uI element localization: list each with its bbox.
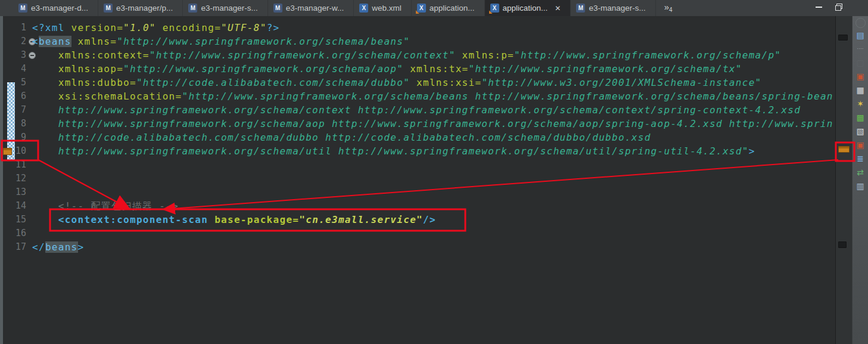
code-lines: 1<?xml version="1.0" encoding="UTF-8"?>2…	[0, 21, 836, 254]
code-token: "http://www.springframework.org/schema/b…	[182, 91, 833, 102]
code-line[interactable]: 9 http://code.alibabatech.com/schema/dub…	[0, 131, 836, 144]
line-number: 17	[0, 240, 32, 254]
code-line[interactable]: 11	[0, 158, 836, 172]
code-line[interactable]: 16	[0, 227, 836, 240]
ruler-marker[interactable]	[838, 241, 847, 248]
code-line[interactable]: 5 xmlns:dubbo="http://code.alibabatech.c…	[0, 76, 836, 89]
code-line[interactable]: 15 <context:component-scan base-package=…	[0, 213, 836, 227]
code-token: <	[32, 36, 39, 47]
code-token	[208, 214, 214, 225]
code-token	[32, 214, 58, 225]
problems-view-icon[interactable]: ▣	[855, 72, 866, 82]
code-token: "http://www.springframework.org/schema/t…	[469, 63, 742, 75]
line-number: 10	[0, 144, 32, 158]
edit-view-icon[interactable]: ▧	[855, 126, 866, 137]
ruler-marker[interactable]	[838, 35, 848, 41]
code-token	[410, 77, 416, 88]
minimized-views-bar: ▤····▢▣▦✶▩▧▣≣⇄▥	[852, 16, 868, 344]
line-number: 16	[0, 227, 32, 240]
grid-view-icon[interactable]: ▩	[855, 113, 866, 123]
code-line[interactable]: 2<beans xmlns="http://www.springframewor…	[0, 35, 836, 48]
star-view-icon[interactable]: ✶	[855, 99, 866, 109]
code-token: "http://code.alibabatech.com/schema/dubb…	[136, 77, 410, 88]
xml-file-icon: X	[359, 4, 368, 13]
close-tab-icon[interactable]: ✕	[555, 4, 561, 13]
maven-file-icon: M	[188, 4, 197, 13]
editor-area: 1<?xml version="1.0" encoding="UTF-8"?>2…	[0, 16, 868, 344]
code-token: <!-- 配置包扫描器 -->	[58, 200, 179, 212]
tab-label: application...	[503, 4, 548, 13]
code-line[interactable]: 13	[0, 185, 836, 199]
xml-file-icon: X	[490, 4, 499, 13]
alert-view-icon[interactable]: ▣	[855, 140, 866, 150]
line-number: 5	[0, 76, 32, 89]
sync-view-icon[interactable]: ⇄	[855, 168, 866, 178]
more-dots-icon[interactable]: ····	[855, 44, 866, 54]
panel-restore-icon[interactable]	[855, 18, 866, 28]
code-line[interactable]: 3 xmlns:context="http://www.springframew…	[0, 48, 836, 62]
code-token: </	[32, 241, 45, 253]
line-number: 15	[0, 213, 32, 227]
maven-file-icon: M	[273, 4, 282, 13]
editor-tab[interactable]: Me3-manager-w...	[268, 0, 354, 16]
inactive-view-icon[interactable]: ▢	[855, 58, 866, 68]
editor-tab[interactable]: Xweb.xml	[354, 0, 412, 16]
hidden-tab-count: 4	[669, 7, 673, 13]
tab-overflow-button[interactable]: » 4	[664, 0, 673, 16]
code-line[interactable]: 8 http://www.springframework.org/schema/…	[0, 117, 836, 131]
code-line[interactable]: 7 http://www.springframework.org/schema/…	[0, 103, 836, 117]
editor-tab[interactable]: Me3-manager/p...	[98, 0, 183, 16]
ruler-occurrence-marker[interactable]	[838, 146, 850, 153]
console-view-icon[interactable]: ≣	[855, 154, 866, 164]
code-text: http://www.springframework.org/schema/ut…	[32, 145, 755, 157]
maven-view-icon[interactable]: ▥	[855, 181, 866, 191]
editor-tab[interactable]: Xapplication...	[412, 0, 485, 16]
tab-label: e3-manager/p...	[116, 4, 173, 13]
line-number: 13	[0, 185, 32, 199]
code-token: xmlns:xsi=	[416, 77, 481, 88]
line-number: 9	[0, 131, 32, 144]
editor-tab[interactable]: Me3-manager-s...	[571, 0, 655, 16]
code-token	[32, 49, 58, 61]
code-editor[interactable]: 1<?xml version="1.0" encoding="UTF-8"?>2…	[0, 16, 836, 344]
code-line[interactable]: 12	[0, 172, 836, 185]
line-number: 14	[0, 199, 32, 213]
code-token: beans	[45, 241, 78, 253]
code-line[interactable]: 4 xmlns:aop="http://www.springframework.…	[0, 62, 836, 76]
code-text: http://www.springframework.org/schema/ao…	[32, 118, 833, 129]
editor-tab[interactable]: Me3-manager-d...	[13, 0, 98, 16]
code-line[interactable]: 1<?xml version="1.0" encoding="UTF-8"?>	[0, 21, 836, 35]
code-line[interactable]: 10 http://www.springframework.org/schema…	[0, 144, 836, 158]
code-token: "http://www.w3.org/2001/XMLSchema-instan…	[481, 77, 761, 88]
xml-file-icon: X	[417, 4, 426, 13]
code-token: "http://www.springframework.org/schema/p…	[514, 49, 781, 61]
code-text: http://code.alibabatech.com/schema/dubbo…	[32, 132, 651, 143]
overview-ruler[interactable]	[835, 16, 853, 344]
code-token: >	[78, 241, 85, 253]
window-controls	[816, 3, 843, 11]
code-token: "http://www.springframework.org/schema/c…	[150, 49, 456, 61]
code-line[interactable]: 17</beans>	[0, 240, 836, 254]
code-token	[32, 145, 58, 157]
code-text: xmlns:context="http://www.springframewor…	[32, 49, 781, 61]
table-view-icon[interactable]: ▦	[855, 85, 866, 95]
restore-button[interactable]	[835, 3, 843, 11]
code-token	[403, 63, 410, 75]
code-token	[32, 91, 58, 102]
code-token: >	[749, 145, 755, 157]
editor-tab[interactable]: Xapplication...✕	[485, 0, 571, 16]
code-token: xmlns:tx=	[410, 63, 468, 75]
views-panel-icon[interactable]: ▤	[855, 30, 866, 41]
editor-tab[interactable]: Me3-manager-s...	[183, 0, 267, 16]
code-token: xsi:schemaLocation=	[58, 91, 182, 102]
code-text: xmlns:aop="http://www.springframework.or…	[32, 63, 742, 75]
code-text: xsi:schemaLocation="http://www.springfra…	[32, 91, 833, 102]
code-token: http://www.springframework.org/schema/ao…	[58, 118, 833, 129]
minimize-button[interactable]	[816, 3, 824, 11]
code-token: xmlns=	[78, 36, 117, 47]
line-number: 1	[0, 21, 32, 35]
code-line[interactable]: 14 <!-- 配置包扫描器 -->	[0, 199, 836, 213]
code-text: <beans xmlns="http://www.springframework…	[32, 36, 410, 47]
code-token: http://www.springframework.org/schema/ut…	[58, 145, 749, 157]
code-line[interactable]: 6 xsi:schemaLocation="http://www.springf…	[0, 89, 836, 103]
